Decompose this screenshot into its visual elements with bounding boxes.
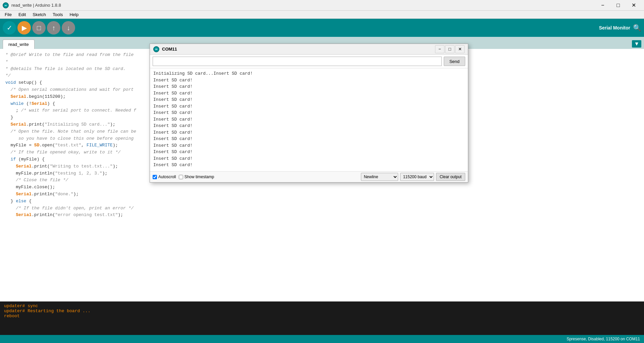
sm-titlebar-controls: − □ ✕	[435, 45, 465, 53]
sm-input-bar: Send	[150, 55, 468, 68]
window-title: read_write | Arduino 1.8.8	[11, 3, 61, 8]
maximize-button[interactable]: □	[610, 0, 626, 11]
console-area: updater# sync updater# Restarting the bo…	[0, 301, 644, 335]
autoscroll-label[interactable]: Autoscroll	[153, 175, 176, 179]
sm-maximize-button[interactable]: □	[445, 45, 454, 53]
sm-serial-input[interactable]	[153, 57, 442, 66]
toolbar-right: Serial Monitor 🔍	[599, 24, 641, 32]
show-timestamp-text: Show timestamp	[184, 175, 214, 179]
menu-edit[interactable]: Edit	[15, 11, 29, 18]
app-icon: ∞	[3, 2, 9, 8]
upload-button[interactable]: ▶	[17, 21, 31, 35]
menu-help[interactable]: Help	[66, 11, 82, 18]
autoscroll-text: Autoscroll	[158, 175, 176, 179]
sm-output-line: Insert SD card!	[153, 123, 465, 129]
code-line: } else {	[5, 198, 639, 205]
status-text: Spresense, Disabled, 115200 on COM11	[567, 337, 640, 341]
sm-output-line: Insert SD card!	[153, 83, 465, 90]
title-bar: ∞ read_write | Arduino 1.8.8 − □ ✕	[0, 0, 644, 11]
sm-title: COM11	[162, 47, 177, 52]
title-bar-left: ∞ read_write | Arduino 1.8.8	[3, 2, 61, 8]
sm-output-line: Insert SD card!	[153, 116, 465, 123]
sm-output-line: Insert SD card!	[153, 129, 465, 136]
toolbar: ✓ ▶ □ ↑ ↓ Serial Monitor 🔍	[0, 19, 644, 37]
autoscroll-checkbox[interactable]	[153, 175, 157, 179]
clear-output-button[interactable]: Clear output	[436, 173, 465, 181]
close-button[interactable]: ✕	[626, 0, 641, 11]
code-line: Serial.println("error opening test.txt")…	[5, 212, 639, 219]
toolbar-buttons: ✓ ▶ □ ↑ ↓	[3, 21, 75, 35]
menu-tools[interactable]: Tools	[49, 11, 66, 18]
menu-file[interactable]: File	[1, 11, 15, 18]
serial-monitor-label: Serial Monitor	[599, 25, 630, 30]
tab-right: ▼	[632, 40, 641, 49]
code-line: myFile.close();	[5, 184, 639, 191]
save-button[interactable]: ↓	[62, 21, 75, 35]
sm-titlebar-left: ∞ COM11	[153, 46, 177, 52]
minimize-button[interactable]: −	[595, 0, 610, 11]
tabs-left: read_write	[3, 40, 35, 49]
console-line: updater# sync	[4, 303, 640, 308]
sm-output-line: Initializing SD card...Insert SD card!	[153, 70, 465, 77]
sm-output-line: Insert SD card!	[153, 149, 465, 155]
menu-bar: File Edit Sketch Tools Help	[0, 11, 644, 19]
sm-arduino-logo: ∞	[153, 46, 159, 52]
console-line: updater# Restarting the board ...	[4, 308, 640, 314]
sm-output-line: Insert SD card!	[153, 96, 465, 103]
console-line: reboot	[4, 314, 640, 319]
sm-titlebar: ∞ COM11 − □ ✕	[150, 44, 468, 55]
show-timestamp-label[interactable]: Show timestamp	[179, 175, 214, 179]
tab-read-write[interactable]: read_write	[3, 40, 35, 49]
code-line: /* If the file didn't open, print an err…	[5, 205, 639, 212]
tab-expand-button[interactable]: ▼	[632, 40, 641, 48]
menu-sketch[interactable]: Sketch	[29, 11, 49, 18]
sm-footer-right: No line ending Newline Carriage return B…	[361, 173, 465, 181]
sm-output-line: Insert SD card!	[153, 103, 465, 110]
sm-output-line: Insert SD card!	[153, 90, 465, 97]
code-line: Serial.println("done.");	[5, 191, 639, 198]
verify-button[interactable]: ✓	[3, 21, 16, 35]
sm-output-line: Insert SD card!	[153, 77, 465, 84]
new-button[interactable]: □	[32, 21, 46, 35]
sm-footer: Autoscroll Show timestamp No line ending…	[150, 171, 468, 182]
sm-output-line: Insert SD card!	[153, 142, 465, 149]
sm-close-button[interactable]: ✕	[455, 45, 465, 53]
status-bar: Spresense, Disabled, 115200 on COM11	[0, 335, 644, 343]
title-bar-controls: − □ ✕	[595, 0, 641, 11]
show-timestamp-checkbox[interactable]	[179, 175, 183, 179]
newline-select[interactable]: No line ending Newline Carriage return B…	[361, 173, 398, 181]
sm-output-line: Insert SD card!	[153, 162, 465, 168]
sm-output-line: Insert SD card!	[153, 155, 465, 162]
serial-monitor-dialog: ∞ COM11 − □ ✕ Send Initializing SD card.…	[150, 44, 468, 183]
sm-minimize-button[interactable]: −	[435, 45, 444, 53]
serial-monitor-search-button[interactable]: 🔍	[633, 24, 641, 32]
open-button[interactable]: ↑	[47, 21, 60, 35]
baud-select[interactable]: 300 baud 1200 baud 2400 baud 4800 baud 9…	[400, 173, 434, 181]
sm-output-line: Insert SD card!	[153, 136, 465, 142]
sm-output-line: Insert SD card!	[153, 110, 465, 116]
sm-send-button[interactable]: Send	[444, 57, 465, 66]
sm-output[interactable]: Initializing SD card...Insert SD card! I…	[150, 68, 468, 171]
